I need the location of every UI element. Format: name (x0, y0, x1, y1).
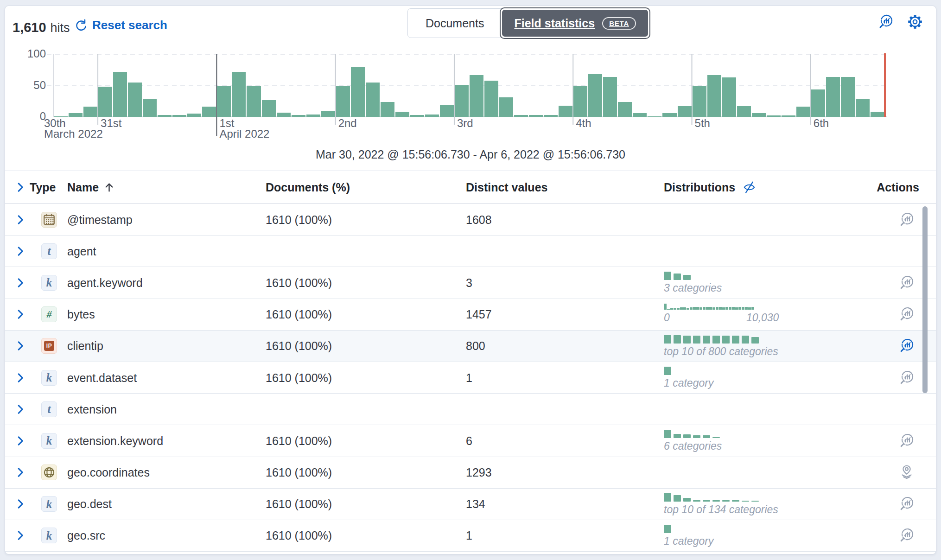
field-name: @timestamp (67, 213, 133, 226)
hide-distributions-eye-icon[interactable] (742, 180, 757, 195)
histogram-bar (470, 75, 483, 117)
expand-all-chevron-icon[interactable] (14, 181, 26, 193)
distribution-preview: top 10 of 800 categories (664, 335, 778, 358)
table-row[interactable]: @timestamp1610 (100%)1608 (5, 204, 936, 235)
distinct-values: 1 (466, 371, 472, 384)
histogram-bar (395, 112, 409, 117)
histogram-bar (277, 113, 291, 117)
field-stats-action-button[interactable] (899, 212, 915, 228)
expand-row-chevron-icon[interactable] (14, 529, 26, 541)
table-row[interactable]: textension (5, 394, 936, 425)
expand-row-chevron-icon[interactable] (14, 277, 26, 289)
expand-row-chevron-icon[interactable] (14, 245, 26, 257)
reset-search-label: Reset search (92, 18, 167, 32)
distinct-values: 1 (466, 529, 472, 542)
distribution-max-label: 10,030 (746, 312, 779, 324)
documents-percent: 1610 (100%) (266, 529, 332, 542)
svg-text:April 2022: April 2022 (219, 127, 269, 140)
histogram-bar (202, 107, 216, 117)
keyword-type-icon: k (41, 528, 57, 543)
view-on-map-action-button[interactable] (899, 465, 915, 480)
histogram-bar (618, 102, 632, 117)
field-stats-action-button[interactable] (899, 528, 915, 543)
histogram-bar (662, 113, 676, 117)
distribution-preview: 1 category (664, 524, 713, 547)
documents-percent: 1610 (100%) (266, 466, 332, 479)
table-row[interactable]: kgeo.src1610 (100%)11 category (5, 520, 936, 552)
table-row[interactable]: geo.coordinates1610 (100%)1293 (5, 457, 936, 489)
histogram-bar (69, 113, 83, 117)
field-statistics-tab-ring: Field statistics BETA (500, 7, 650, 39)
histogram-bar (871, 112, 884, 117)
histogram-bar (678, 106, 692, 117)
distribution-label: top 10 of 134 categories (664, 503, 778, 516)
table-row[interactable]: kgeo.dest1610 (100%)134top 10 of 134 cat… (5, 489, 936, 520)
column-header-distinct-values: Distinct values (466, 181, 547, 194)
field-name: geo.coordinates (67, 466, 150, 479)
histogram-bar (187, 114, 201, 117)
field-stats-action-button[interactable] (899, 338, 915, 354)
field-statistics-icon[interactable] (878, 14, 894, 30)
field-statistics-tab[interactable]: Field statistics BETA (502, 10, 648, 37)
expand-row-chevron-icon[interactable] (14, 372, 26, 384)
histogram-bar (172, 115, 186, 117)
field-statistics-label: Field statistics (514, 17, 595, 30)
geo_point-type-icon (41, 465, 57, 480)
svg-text:0: 0 (40, 110, 46, 122)
reset-search-button[interactable]: Reset search (75, 18, 167, 32)
expand-row-chevron-icon[interactable] (14, 403, 26, 415)
table-row[interactable]: kextension.keyword1610 (100%)66 categori… (5, 425, 936, 457)
table-row[interactable]: tagent (5, 235, 936, 267)
histogram-bar (83, 107, 97, 117)
histogram-bar (381, 102, 394, 117)
documents-tab[interactable]: Documents (407, 8, 502, 38)
histogram-bar (737, 106, 751, 117)
expand-row-chevron-icon[interactable] (14, 498, 26, 510)
distribution-preview: 1 category (664, 366, 713, 389)
name-header-label: Name (67, 181, 99, 194)
expand-row-chevron-icon[interactable] (14, 435, 26, 447)
field-stats-action-button[interactable] (899, 370, 915, 386)
ip-type-icon: IP (41, 338, 57, 354)
expand-row-chevron-icon[interactable] (14, 466, 26, 478)
histogram-bar (514, 115, 528, 117)
keyword-type-icon: k (41, 275, 57, 291)
field-stats-action-button[interactable] (899, 433, 915, 449)
histogram-bar (217, 86, 231, 117)
table-row[interactable]: IPclientip1610 (100%)800top 10 of 800 ca… (5, 331, 936, 362)
distribution-label: top 10 of 800 categories (664, 345, 778, 358)
histogram-bar (158, 115, 172, 117)
histogram-bar (232, 72, 246, 117)
distribution-label: 1 category (664, 535, 713, 547)
column-header-name[interactable]: Name (67, 181, 115, 194)
keyword-type-icon: k (41, 370, 57, 386)
histogram-bar (559, 106, 572, 117)
table-row[interactable]: kagent.keyword1610 (100%)33 categories (5, 267, 936, 299)
field-stats-action-button[interactable] (899, 306, 915, 322)
svg-text:2nd: 2nd (338, 117, 357, 129)
expand-row-chevron-icon[interactable] (14, 308, 26, 320)
histogram-bar (351, 67, 365, 117)
histogram-bar (262, 100, 276, 117)
histogram-bar (529, 115, 543, 117)
documents-percent: 1610 (100%) (266, 339, 332, 353)
histogram-bar (54, 116, 68, 117)
time-histogram[interactable]: 30thMarch 202231st1stApril 20222nd3rd4th… (5, 45, 936, 144)
field-stats-action-button[interactable] (899, 275, 915, 291)
documents-percent: 1610 (100%) (266, 213, 332, 226)
expand-row-chevron-icon[interactable] (14, 340, 26, 352)
table-row[interactable]: kevent.dataset1610 (100%)11 category (5, 362, 936, 394)
vertical-scrollbar[interactable] (922, 206, 928, 393)
svg-text:6th: 6th (814, 117, 829, 129)
gear-icon[interactable] (907, 14, 923, 30)
sort-ascending-icon (103, 182, 115, 193)
distribution-preview: 010,030 (664, 303, 784, 325)
expand-row-chevron-icon[interactable] (14, 214, 26, 226)
table-row[interactable]: #bytes1610 (100%)1457010,030 (5, 299, 936, 331)
distinct-values: 800 (466, 339, 485, 353)
field-stats-action-button[interactable] (899, 496, 915, 512)
column-header-actions: Actions (853, 181, 919, 194)
table-header: Type Name Documents (%) Distinct values … (5, 171, 936, 204)
field-name: event.dataset (67, 371, 137, 384)
distinct-values: 1293 (466, 466, 492, 479)
